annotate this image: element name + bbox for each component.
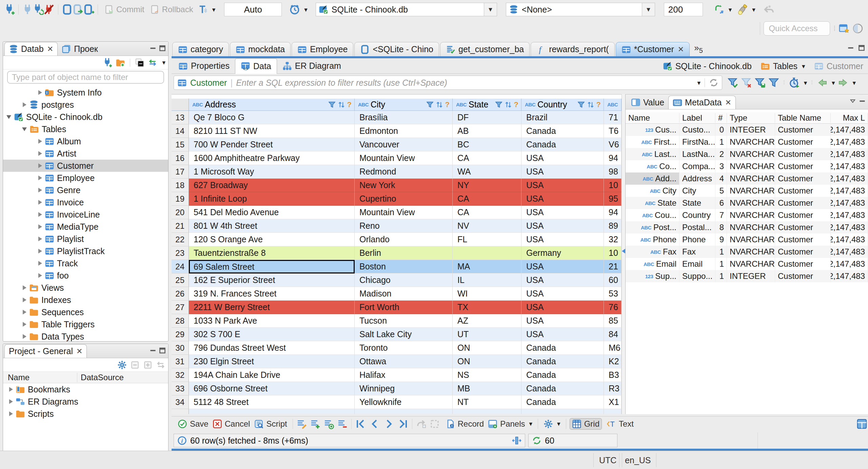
grid-cell-state[interactable]: NV bbox=[453, 219, 521, 233]
grid-cell-address[interactable]: 5112 48 Street bbox=[189, 395, 355, 409]
select-cell-icon[interactable] bbox=[429, 419, 440, 429]
result-tab-properties[interactable]: Properties bbox=[173, 58, 235, 74]
torch-tools-button[interactable]: ▾ bbox=[734, 3, 758, 16]
column-help-icon[interactable]: ? bbox=[445, 100, 450, 109]
tree-item-table-triggers[interactable]: Table Triggers bbox=[3, 318, 168, 330]
connection-dropdown-icon[interactable]: ▼ bbox=[484, 3, 497, 16]
meta-cell-type[interactable]: NVARCHAR bbox=[727, 185, 775, 197]
grid-cell-city[interactable]: Tucson bbox=[355, 314, 453, 328]
meta-cell-label[interactable]: LastNa... bbox=[679, 148, 715, 160]
meta-cell-ordinal[interactable]: 0 bbox=[715, 124, 727, 136]
tree-item-mediatype[interactable]: MediaType bbox=[3, 221, 168, 233]
expand-arrow-icon[interactable] bbox=[38, 163, 42, 168]
tree-item-tables[interactable]: Tables bbox=[3, 123, 168, 135]
meta-cell-table[interactable]: Customer bbox=[775, 148, 831, 160]
column-header-state[interactable]: ABC State ? bbox=[453, 99, 521, 110]
previous-row-icon[interactable] bbox=[369, 419, 380, 429]
tab-value[interactable]: Value bbox=[627, 96, 668, 109]
grid-cell-country[interactable]: Canada bbox=[521, 124, 604, 138]
column-width-icon[interactable] bbox=[512, 436, 521, 445]
meta-cell-maxlength[interactable]: 2,147,483 bbox=[831, 233, 868, 246]
grid-cell-country[interactable]: USA bbox=[521, 179, 604, 192]
grid-cell-state[interactable]: FL bbox=[453, 233, 521, 246]
meta-cell-ordinal[interactable]: 1 bbox=[715, 136, 727, 148]
meta-row-email[interactable]: ABC EmailEmail1NVARCHARCustomer2,147,483 bbox=[626, 258, 868, 270]
row-number[interactable]: 16 bbox=[172, 151, 189, 165]
link-editor-gray-icon[interactable] bbox=[156, 360, 165, 370]
grid-row-24[interactable]: 2469 Salem StreetBostonMAUSA21 bbox=[172, 260, 622, 273]
grid-row-34[interactable]: 345112 48 StreetYellowknifeNTCanadaX1 bbox=[172, 395, 622, 409]
grid-cell-city[interactable]: Brasília bbox=[355, 111, 453, 124]
grid-cell-postalcode[interactable]: T6 bbox=[604, 124, 622, 138]
nav-back-icon[interactable] bbox=[817, 77, 828, 88]
expand-arrow-icon[interactable] bbox=[38, 212, 42, 217]
expand-arrow-icon[interactable] bbox=[38, 224, 42, 229]
expand-arrow-icon[interactable] bbox=[23, 285, 26, 290]
row-number[interactable]: 27 bbox=[172, 301, 189, 314]
grid-cell-address[interactable]: 796 Dundas Street West bbox=[189, 341, 355, 355]
meta-cell-type[interactable]: NVARCHAR bbox=[727, 197, 775, 209]
grid-cell-country[interactable]: USA bbox=[521, 151, 604, 165]
grid-cell-address[interactable]: 1600 Amphitheatre Parkway bbox=[189, 151, 355, 165]
meta-cell-name[interactable]: ABC Co... bbox=[626, 160, 679, 172]
grid-cell-city[interactable]: Cupertino bbox=[355, 192, 453, 206]
meta-cell-label[interactable]: Phone bbox=[679, 233, 715, 246]
grid-cell-city[interactable]: Redmond bbox=[355, 165, 453, 179]
meta-cell-table[interactable]: Customer bbox=[775, 246, 831, 258]
duplicate-row-icon[interactable] bbox=[323, 419, 334, 429]
editor-tab-sqlite-chino[interactable]: <SQLite - Chino bbox=[354, 42, 439, 56]
save-button[interactable]: Save bbox=[176, 419, 211, 429]
disconnect-icon[interactable] bbox=[44, 4, 55, 15]
script-button[interactable]: Script bbox=[252, 419, 289, 429]
grid-row-25[interactable]: 25162 E Superior StreetChicagoILUSA60 bbox=[172, 273, 622, 287]
grid-cell-postalcode[interactable]: M6 bbox=[604, 341, 622, 355]
breadcrumb-container[interactable]: Tables ▾ bbox=[761, 61, 805, 71]
row-number[interactable]: 18 bbox=[172, 179, 189, 192]
breadcrumb-entity[interactable]: Customer bbox=[814, 61, 863, 71]
meta-row-postal[interactable]: ABC Post...Postal...8NVARCHARCustomer2,1… bbox=[626, 221, 868, 233]
tree-item-data-types[interactable]: Data Types bbox=[3, 330, 168, 341]
grid-cell-address[interactable]: Qe 7 Bloco G bbox=[189, 111, 355, 124]
minimize-icon[interactable] bbox=[859, 97, 866, 105]
grid-cell-state[interactable]: BC bbox=[453, 138, 521, 151]
meta-cell-table[interactable]: Customer bbox=[775, 160, 831, 172]
tree-item-artist[interactable]: Artist bbox=[3, 147, 168, 160]
tab-project-general[interactable]: Project - General ✕ bbox=[4, 344, 87, 358]
grid-cell-state[interactable]: NT bbox=[453, 395, 521, 409]
apply-filter-icon[interactable] bbox=[728, 77, 738, 88]
meta-cell-name[interactable]: ABC Fax bbox=[626, 246, 679, 258]
meta-cell-name[interactable]: ABC Last... bbox=[626, 148, 679, 160]
result-tab-er-diagram[interactable]: ER Diagram bbox=[277, 58, 347, 74]
grid-scrollbar[interactable] bbox=[622, 94, 626, 414]
meta-cell-name[interactable]: ABC City bbox=[626, 185, 679, 197]
editor-tab-customer[interactable]: *Customer✕ bbox=[616, 42, 690, 56]
tree-item-indexes[interactable]: Indexes bbox=[3, 294, 168, 306]
meta-cell-table[interactable]: Customer bbox=[775, 185, 831, 197]
project-item-er-diagrams[interactable]: ER Diagrams bbox=[3, 395, 168, 408]
link-with-editor-icon[interactable] bbox=[148, 58, 157, 67]
grid-cell-city[interactable]: Boston bbox=[355, 260, 453, 273]
grid-cell-state[interactable]: TX bbox=[453, 301, 521, 314]
meta-column-header-table-name[interactable]: Table Name bbox=[775, 113, 831, 123]
grid-cell-postalcode[interactable]: 76 bbox=[604, 301, 622, 314]
tree-item-playlist[interactable]: Playlist bbox=[3, 233, 168, 245]
grid-row-31[interactable]: 31230 Elgin StreetOttawaONCanadaK2 bbox=[172, 355, 622, 368]
grid-cell-postalcode[interactable]: 71 bbox=[604, 111, 622, 124]
close-icon[interactable]: ✕ bbox=[725, 98, 731, 107]
grid-cell-postalcode[interactable]: B3 bbox=[604, 368, 622, 382]
grid-row-26[interactable]: 26319 N. Frances StreetMadisonWIUSA53 bbox=[172, 287, 622, 301]
expand-arrow-icon[interactable] bbox=[38, 151, 42, 156]
row-number[interactable]: 23 bbox=[172, 246, 189, 260]
quick-access-input[interactable] bbox=[764, 21, 830, 36]
row-number[interactable]: 26 bbox=[172, 287, 189, 301]
delete-row-icon[interactable] bbox=[337, 419, 348, 429]
remove-filter-icon[interactable] bbox=[741, 77, 752, 88]
grid-cell-country[interactable]: USA bbox=[521, 328, 604, 341]
close-icon[interactable]: ✕ bbox=[76, 347, 82, 356]
row-number[interactable]: 33 bbox=[172, 382, 189, 395]
row-number[interactable]: 32 bbox=[172, 368, 189, 382]
editor-tab-employee[interactable]: Employee bbox=[292, 42, 353, 56]
grid-cell-city[interactable]: New York bbox=[355, 179, 453, 192]
tab-database-navigator[interactable]: Datab ✕ bbox=[4, 42, 58, 56]
meta-cell-name[interactable]: ABC Post... bbox=[626, 221, 679, 233]
